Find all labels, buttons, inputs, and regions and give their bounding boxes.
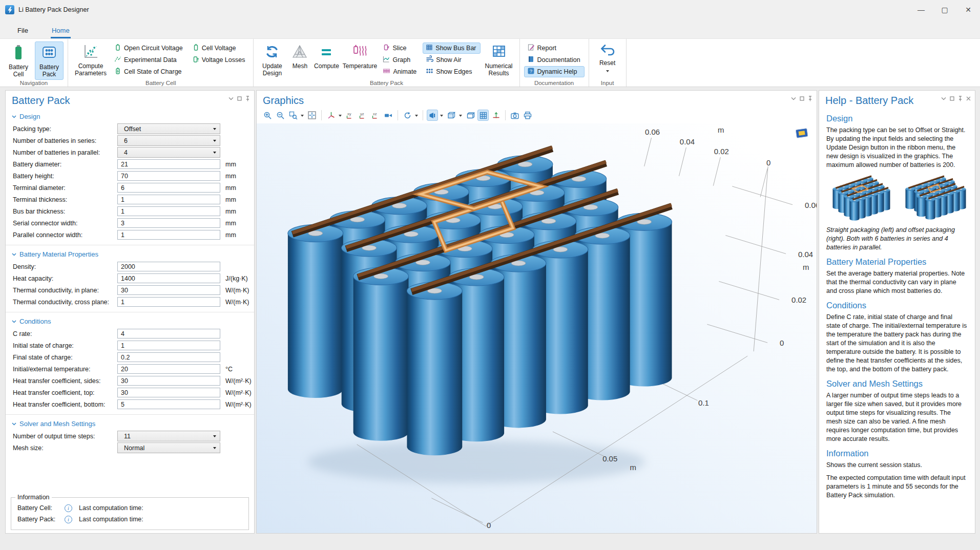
section-battery-material-properties[interactable]: Battery Material Properties	[6, 245, 254, 261]
close-button[interactable]: ✕	[956, 0, 980, 19]
help-section: Solver and Mesh Settings A larger number…	[826, 379, 968, 443]
battery-cell-button[interactable]: Battery Cell	[4, 41, 33, 80]
field-control[interactable]: 0.2	[117, 352, 220, 362]
panel-pin-icon[interactable]	[245, 96, 250, 101]
field-control[interactable]: 6	[117, 183, 220, 193]
panel-float-icon[interactable]	[800, 96, 804, 101]
report-button[interactable]: Report	[524, 43, 585, 54]
compute-parameters-button[interactable]: Compute Parameters	[72, 41, 109, 79]
screenshot-icon[interactable]	[509, 110, 520, 121]
go-to-view-icon[interactable]	[490, 110, 502, 121]
form-row: Thermal conductivity, cross plane: 1 W/(…	[6, 296, 254, 308]
panel-pin-icon[interactable]	[808, 96, 812, 101]
help-paragraph: A larger number of output time steps lea…	[826, 391, 968, 443]
zoom-extents-icon[interactable]	[306, 110, 318, 121]
update-design-button[interactable]: Update Design	[258, 41, 286, 79]
field-control[interactable]: 2000	[117, 262, 220, 271]
field-control[interactable]: 30	[117, 285, 220, 295]
field-control[interactable]: Normal	[117, 442, 220, 453]
zoom-in-icon[interactable]	[262, 110, 273, 121]
panel-float-icon[interactable]	[950, 96, 954, 101]
zoom-box-icon[interactable]	[287, 110, 299, 121]
panel-menu-chevron-icon[interactable]	[791, 97, 796, 100]
view-orientation-icon[interactable]	[793, 125, 810, 141]
reset-button[interactable]: Reset	[593, 41, 622, 76]
panel-pin-icon[interactable]	[958, 96, 963, 101]
scene-light-dropdown-icon[interactable]	[440, 115, 443, 118]
field-control[interactable]: 70	[117, 171, 220, 181]
print-icon[interactable]	[522, 110, 533, 121]
compute-button[interactable]: Compute	[313, 41, 340, 76]
info-circle-icon: i	[65, 504, 72, 512]
battery-pack-button[interactable]: Battery Pack	[35, 41, 64, 80]
field-control[interactable]: 11	[117, 431, 220, 441]
field-control[interactable]: 1400	[117, 273, 220, 283]
section-conditions[interactable]: Conditions	[6, 312, 254, 328]
section-design[interactable]: Design	[6, 108, 254, 123]
rotate-icon[interactable]	[402, 110, 413, 121]
report-icon	[527, 44, 535, 53]
experimental-data-button[interactable]: Experimental Data	[111, 54, 187, 66]
view-dropdown-icon[interactable]	[339, 115, 342, 118]
field-control[interactable]: 21	[117, 159, 220, 169]
minimize-button[interactable]: —	[909, 0, 933, 19]
reset-dropdown-icon[interactable]	[606, 70, 609, 74]
field-control[interactable]: 30	[117, 388, 220, 397]
field-control[interactable]: 1	[117, 230, 220, 240]
cell-voltage-button[interactable]: Cell Voltage	[189, 43, 249, 54]
show-edges-button[interactable]: Show Edges	[423, 66, 480, 77]
field-control[interactable]: 20	[117, 364, 220, 374]
documentation-button[interactable]: Documentation	[524, 54, 585, 66]
maximize-button[interactable]: ▢	[933, 0, 956, 19]
field-control[interactable]: 6	[117, 135, 220, 146]
voltage-losses-button[interactable]: Voltage Losses	[189, 54, 249, 66]
field-control[interactable]: 4	[117, 329, 220, 339]
svg-text:0: 0	[766, 158, 770, 167]
field-control[interactable]: 1	[117, 206, 220, 216]
section-solver-and-mesh-settings[interactable]: Solver and Mesh Settings	[6, 415, 254, 430]
show-grid-icon[interactable]	[477, 110, 489, 121]
svg-text:0.06: 0.06	[645, 128, 660, 136]
show-bus-bar-toggle[interactable]: Show Bus Bar	[423, 43, 480, 54]
show-air-button[interactable]: Show Air	[423, 54, 480, 66]
field-control[interactable]: 1	[117, 297, 220, 307]
scene-light-icon[interactable]	[427, 110, 438, 121]
tab-file[interactable]: File	[12, 24, 33, 38]
mesh-button[interactable]: Mesh	[288, 41, 311, 76]
field-control[interactable]: 5	[117, 399, 220, 409]
field-control[interactable]: 1	[117, 341, 220, 350]
field-control[interactable]: 30	[117, 376, 220, 386]
svg-text:?: ?	[529, 68, 532, 74]
view-menu-dropdown-icon[interactable]	[459, 115, 462, 118]
zoom-dropdown-icon[interactable]	[301, 115, 304, 118]
form-row: Battery height: 70 mm	[6, 170, 254, 182]
numerical-results-button[interactable]: Numerical Results	[483, 41, 515, 79]
scene-projection-icon[interactable]	[383, 110, 394, 121]
view-xy-icon[interactable]: xy	[344, 110, 356, 121]
view-yz-icon[interactable]: yz	[357, 110, 368, 121]
rotate-dropdown-icon[interactable]	[415, 115, 418, 118]
graphics-3d-viewport[interactable]: 0.060.040.020m0.060.040.020m0.10.050m	[257, 123, 817, 533]
view-menu-icon[interactable]	[446, 110, 457, 121]
panel-float-icon[interactable]	[237, 96, 242, 101]
show-box-icon[interactable]	[465, 110, 476, 121]
information-label: Battery Pack:	[17, 516, 65, 523]
tab-home[interactable]: Home	[47, 24, 75, 38]
temperature-button[interactable]: Temperature	[342, 41, 378, 76]
default-3d-view-icon[interactable]	[325, 110, 337, 121]
zoom-out-icon[interactable]	[275, 110, 286, 121]
open-circuit-voltage-button[interactable]: Open Circuit Voltage	[111, 43, 187, 54]
field-control[interactable]: 3	[117, 218, 220, 228]
panel-menu-chevron-icon[interactable]	[228, 97, 234, 100]
dynamic-help-toggle[interactable]: ? Dynamic Help	[524, 66, 585, 77]
view-xz-icon[interactable]: xz	[370, 110, 381, 121]
panel-menu-chevron-icon[interactable]	[941, 97, 946, 100]
field-control[interactable]: Offset	[117, 123, 220, 134]
animate-button[interactable]: Animate	[380, 66, 421, 77]
field-control[interactable]: 4	[117, 147, 220, 158]
cell-state-of-charge-button[interactable]: Cell State of Charge	[111, 66, 187, 77]
slice-button[interactable]: Slice	[380, 43, 421, 54]
field-control[interactable]: 1	[117, 195, 220, 204]
graph-button[interactable]: Graph	[380, 54, 421, 66]
panel-close-icon[interactable]	[966, 96, 971, 101]
